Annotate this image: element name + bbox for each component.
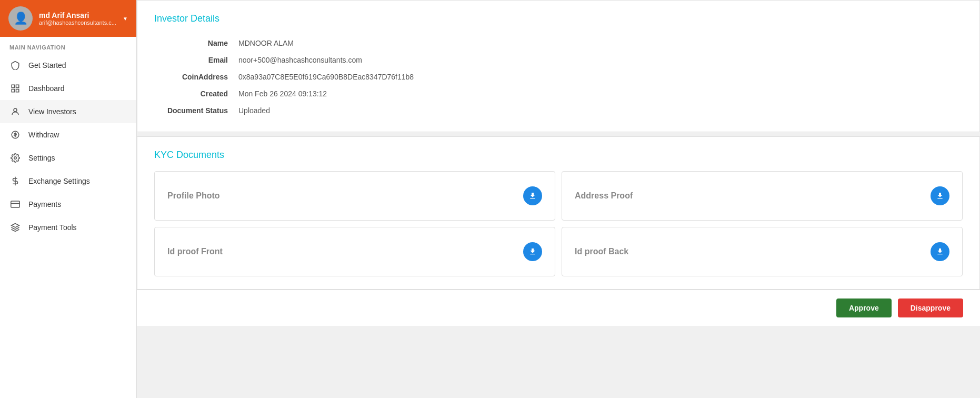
sidebar-item-label: Settings bbox=[28, 154, 55, 162]
svg-point-6 bbox=[14, 157, 17, 160]
sidebar-item-get-started[interactable]: Get Started bbox=[0, 54, 136, 77]
kyc-documents-card: KYC Documents Profile Photo Address Proo… bbox=[137, 136, 980, 290]
nav-section-label: MAIN NAVIGATION bbox=[0, 37, 136, 54]
details-label-created: Created bbox=[154, 89, 238, 98]
svg-rect-0 bbox=[12, 85, 14, 87]
upload-icon-address-proof[interactable] bbox=[931, 186, 949, 205]
kyc-doc-profile-photo[interactable]: Profile Photo bbox=[154, 171, 555, 221]
dropdown-arrow-icon[interactable]: ▼ bbox=[123, 16, 128, 22]
details-row-email: Email noor+500@hashcashconsultants.com bbox=[154, 52, 963, 68]
sidebar-item-label: Payment Tools bbox=[28, 223, 77, 232]
upload-icon-id-proof-back[interactable] bbox=[931, 242, 949, 261]
sidebar-item-exchange-settings[interactable]: Exchange Settings bbox=[0, 170, 136, 193]
user-name: md Arif Ansari bbox=[39, 11, 116, 19]
avatar: 👤 bbox=[8, 6, 33, 31]
dollar-sign-icon bbox=[9, 175, 21, 187]
svg-rect-8 bbox=[11, 201, 20, 207]
kyc-doc-address-proof[interactable]: Address Proof bbox=[562, 171, 963, 221]
gear-icon bbox=[9, 152, 21, 164]
main-content: Investor Details Name MDNOOR ALAM Email … bbox=[137, 0, 980, 398]
svg-point-4 bbox=[14, 108, 17, 112]
kyc-doc-id-proof-front[interactable]: Id proof Front bbox=[154, 227, 555, 276]
sidebar-item-label: View Investors bbox=[28, 107, 76, 116]
dollar-circle-icon bbox=[9, 129, 21, 141]
details-row-coinaddress: CoinAddress 0x8a93a07C8E5E0f619Ca690B8DE… bbox=[154, 68, 963, 85]
layers-icon bbox=[9, 222, 21, 233]
details-label-name: Name bbox=[154, 39, 238, 47]
investor-details-card: Investor Details Name MDNOOR ALAM Email … bbox=[137, 0, 980, 132]
kyc-doc-label-profile-photo: Profile Photo bbox=[167, 191, 220, 201]
details-value-email: noor+500@hashcashconsultants.com bbox=[238, 56, 362, 64]
sidebar-header[interactable]: 👤 md Arif Ansari arif@hashcashconsultant… bbox=[0, 0, 136, 37]
details-table: Name MDNOOR ALAM Email noor+500@hashcash… bbox=[154, 35, 963, 119]
svg-rect-1 bbox=[16, 85, 19, 87]
sidebar-item-label: Dashboard bbox=[28, 84, 65, 93]
disapprove-button[interactable]: Disapprove bbox=[898, 299, 963, 317]
kyc-documents-title: KYC Documents bbox=[154, 150, 963, 161]
kyc-doc-id-proof-back[interactable]: Id proof Back bbox=[562, 227, 963, 276]
sidebar-item-label: Withdraw bbox=[28, 131, 59, 139]
grid-icon bbox=[9, 83, 21, 94]
action-bar: Approve Disapprove bbox=[137, 290, 980, 326]
investor-details-title: Investor Details bbox=[154, 13, 963, 24]
kyc-doc-label-address-proof: Address Proof bbox=[575, 191, 633, 201]
sidebar-item-dashboard[interactable]: Dashboard bbox=[0, 77, 136, 100]
sidebar-item-view-investors[interactable]: View Investors bbox=[0, 100, 136, 123]
svg-rect-3 bbox=[16, 89, 19, 92]
user-info: md Arif Ansari arif@hashcashconsultants.… bbox=[39, 11, 116, 26]
upload-icon-id-proof-front[interactable] bbox=[523, 242, 542, 261]
details-label-email: Email bbox=[154, 56, 238, 64]
svg-marker-10 bbox=[12, 224, 19, 228]
card-icon bbox=[9, 198, 21, 210]
kyc-doc-label-id-proof-back: Id proof Back bbox=[575, 247, 628, 256]
shield-icon bbox=[9, 59, 21, 71]
sidebar-item-label: Exchange Settings bbox=[28, 177, 90, 185]
details-label-coinaddress: CoinAddress bbox=[154, 73, 238, 81]
details-value-created: Mon Feb 26 2024 09:13:12 bbox=[238, 89, 327, 98]
kyc-doc-label-id-proof-front: Id proof Front bbox=[167, 247, 223, 256]
details-value-document-status: Uploaded bbox=[238, 106, 270, 115]
sidebar-item-label: Get Started bbox=[28, 61, 66, 69]
details-value-name: MDNOOR ALAM bbox=[238, 39, 294, 47]
user-email: arif@hashcashconsultants.c... bbox=[39, 19, 116, 26]
sidebar: 👤 md Arif Ansari arif@hashcashconsultant… bbox=[0, 0, 137, 398]
person-icon bbox=[9, 106, 21, 117]
sidebar-item-label: Payments bbox=[28, 200, 61, 208]
sidebar-item-settings[interactable]: Settings bbox=[0, 146, 136, 170]
details-row-document-status: Document Status Uploaded bbox=[154, 102, 963, 119]
upload-icon-profile-photo[interactable] bbox=[523, 186, 542, 205]
svg-rect-2 bbox=[12, 89, 14, 92]
details-label-document-status: Document Status bbox=[154, 106, 238, 115]
sidebar-item-payment-tools[interactable]: Payment Tools bbox=[0, 216, 136, 239]
sidebar-item-withdraw[interactable]: Withdraw bbox=[0, 123, 136, 146]
details-row-created: Created Mon Feb 26 2024 09:13:12 bbox=[154, 85, 963, 102]
details-value-coinaddress: 0x8a93a07C8E5E0f619Ca690B8DEac8347D76f11… bbox=[238, 73, 414, 81]
approve-button[interactable]: Approve bbox=[836, 299, 892, 317]
details-row-name: Name MDNOOR ALAM bbox=[154, 35, 963, 52]
kyc-documents-grid: Profile Photo Address Proof Id proof Fro… bbox=[154, 171, 963, 276]
sidebar-item-payments[interactable]: Payments bbox=[0, 193, 136, 216]
